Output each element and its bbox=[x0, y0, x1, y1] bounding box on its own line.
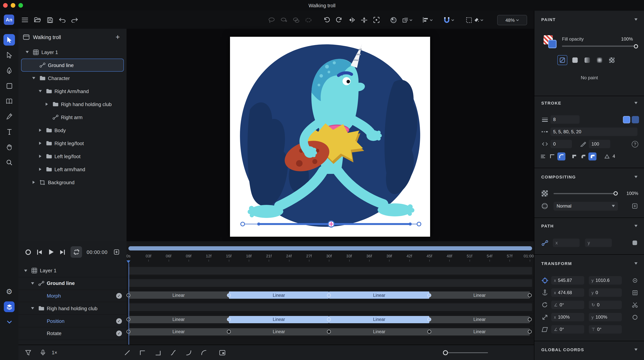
paint-radial-gradient-button[interactable] bbox=[595, 55, 604, 65]
chevron-right-icon[interactable] bbox=[32, 181, 35, 184]
chevron-right-icon[interactable] bbox=[46, 103, 48, 106]
turns-field[interactable]: ↻0 bbox=[589, 301, 622, 309]
cap-butt-button[interactable] bbox=[539, 152, 547, 160]
taper-field[interactable]: 100 bbox=[589, 140, 610, 148]
layer-tree-item[interactable]: Righ hand holding club bbox=[21, 98, 124, 111]
layer-tree-item[interactable]: Left arm/hand bbox=[21, 163, 124, 176]
join-bevel-button[interactable] bbox=[579, 152, 587, 160]
text-tool[interactable] bbox=[0, 124, 18, 139]
redo-circle-icon[interactable] bbox=[334, 15, 344, 25]
focus-frame-icon[interactable] bbox=[372, 15, 382, 25]
tween-segment[interactable]: Linear bbox=[229, 316, 329, 323]
add-keyframe-button[interactable] bbox=[110, 246, 122, 258]
tween-segment[interactable]: Linear bbox=[229, 328, 329, 335]
blend-mode-dropdown[interactable]: Normal bbox=[554, 202, 618, 210]
ease-hold-icon[interactable] bbox=[137, 347, 148, 359]
timeline-row-rotate[interactable]: Rotate✓ bbox=[18, 328, 126, 340]
ease-in-icon[interactable] bbox=[183, 347, 194, 359]
paint-linear-gradient-button[interactable] bbox=[583, 55, 592, 65]
arrange-dropdown[interactable] bbox=[400, 15, 415, 25]
fill-opacity-slider[interactable] bbox=[562, 45, 636, 47]
tween-segment[interactable]: Linear bbox=[229, 292, 329, 299]
position-y-field[interactable]: y1010.6 bbox=[589, 276, 622, 285]
tween-segment[interactable]: Linear bbox=[329, 328, 429, 335]
merge-down-icon[interactable] bbox=[359, 15, 369, 25]
anchor-y-field[interactable]: y0 bbox=[589, 288, 622, 297]
layers-panel-toggle[interactable] bbox=[0, 299, 18, 315]
open-folder-icon[interactable] bbox=[32, 15, 42, 25]
record-button[interactable] bbox=[22, 246, 34, 258]
lasso-group-icon[interactable] bbox=[291, 15, 301, 25]
slider-knob[interactable] bbox=[614, 191, 618, 196]
microphone-icon[interactable] bbox=[37, 347, 49, 359]
path-options-icon[interactable] bbox=[629, 240, 640, 246]
layer-tree-item[interactable]: Body bbox=[21, 124, 124, 137]
position-x-field[interactable]: x545.87 bbox=[551, 276, 584, 285]
ease-in-out-icon[interactable] bbox=[168, 347, 179, 359]
lasso-add-icon[interactable] bbox=[279, 15, 289, 25]
tween-segment[interactable]: Linear bbox=[128, 316, 229, 323]
tween-segment[interactable]: Linear bbox=[429, 316, 530, 323]
tween-segment[interactable]: Linear bbox=[329, 292, 429, 299]
playhead-line[interactable] bbox=[128, 263, 129, 345]
skew-x-field[interactable]: ∠0° bbox=[551, 325, 584, 334]
keyframe-enabled-toggle[interactable]: ✓ bbox=[116, 293, 122, 299]
layer-tree-item[interactable]: Ground line bbox=[21, 59, 124, 72]
help-icon[interactable]: ? bbox=[632, 141, 638, 147]
tween-segment[interactable]: Linear bbox=[128, 292, 229, 299]
shape-tool[interactable] bbox=[0, 78, 18, 93]
transform-section-header[interactable]: TRANSFORM bbox=[534, 259, 644, 268]
menu-icon[interactable] bbox=[20, 15, 30, 25]
motion-path[interactable] bbox=[241, 221, 421, 227]
timeline-hscrollbar[interactable] bbox=[128, 246, 532, 251]
timeline-row-ground-line[interactable]: Ground line bbox=[18, 277, 126, 290]
lasso-multi-icon[interactable] bbox=[303, 15, 313, 25]
marquee-fill-dropdown[interactable] bbox=[463, 15, 486, 25]
paint-none-button[interactable] bbox=[557, 55, 567, 65]
join-round-button[interactable] bbox=[588, 152, 596, 160]
chevron-down-icon[interactable] bbox=[31, 282, 34, 284]
path-x-field[interactable]: x bbox=[553, 239, 580, 247]
stroke-paint-chip-1[interactable] bbox=[623, 116, 630, 123]
global-coords-section-header[interactable]: GLOBAL COORDS bbox=[534, 346, 644, 354]
chevron-down-icon[interactable] bbox=[24, 270, 27, 272]
keyframe-dot[interactable] bbox=[327, 318, 331, 321]
layer-tree-item[interactable]: Right arm bbox=[21, 111, 124, 124]
keyframe-dot[interactable] bbox=[428, 330, 431, 334]
chevron-right-icon[interactable] bbox=[39, 168, 42, 171]
keyframe-dot[interactable] bbox=[227, 330, 230, 334]
keyframe-dot[interactable] bbox=[428, 293, 431, 297]
chevron-right-icon[interactable] bbox=[39, 129, 42, 132]
keyframe-dot[interactable] bbox=[528, 330, 532, 334]
settings-gear-icon[interactable]: ⚙ bbox=[0, 284, 18, 299]
ease-linear-icon[interactable] bbox=[122, 347, 133, 359]
pen-tool[interactable] bbox=[0, 63, 18, 78]
cap-round-button[interactable] bbox=[557, 152, 566, 160]
ease-out-icon[interactable] bbox=[198, 347, 210, 359]
tween-segment[interactable]: Linear bbox=[128, 328, 229, 335]
layer-tree-item[interactable]: Right leg/foot bbox=[21, 137, 124, 150]
undo-circle-icon[interactable] bbox=[322, 15, 332, 25]
join-miter-button[interactable] bbox=[570, 152, 578, 160]
loop-toggle[interactable] bbox=[70, 246, 82, 258]
path-section-header[interactable]: PATH bbox=[534, 222, 644, 230]
add-layer-button[interactable]: + bbox=[114, 33, 122, 41]
tween-segment[interactable]: Linear bbox=[429, 328, 530, 335]
playhead-marker[interactable] bbox=[126, 260, 130, 263]
artboard[interactable] bbox=[230, 37, 430, 237]
align-dropdown[interactable] bbox=[420, 15, 436, 25]
layer-tree-item[interactable]: Background bbox=[21, 176, 124, 189]
scale-x-field[interactable]: x100% bbox=[551, 313, 584, 321]
undo-icon[interactable] bbox=[57, 15, 67, 25]
save-icon[interactable] bbox=[45, 15, 55, 25]
zoom-dropdown[interactable]: 48% bbox=[497, 15, 527, 25]
zoom-tool[interactable] bbox=[0, 155, 18, 170]
paint-solid-button[interactable] bbox=[570, 55, 580, 65]
selection-tool[interactable] bbox=[0, 32, 18, 47]
timeline-row-morph[interactable]: Morph✓ bbox=[18, 290, 126, 302]
flip-horizontal-icon[interactable] bbox=[347, 15, 357, 25]
collapse-chevron-icon[interactable] bbox=[0, 315, 18, 330]
cap-square-button[interactable] bbox=[548, 152, 556, 160]
uniform-scale-icon[interactable] bbox=[629, 314, 640, 320]
timeline-row-righ-hand-holding-club[interactable]: Righ hand holding club bbox=[18, 302, 126, 315]
